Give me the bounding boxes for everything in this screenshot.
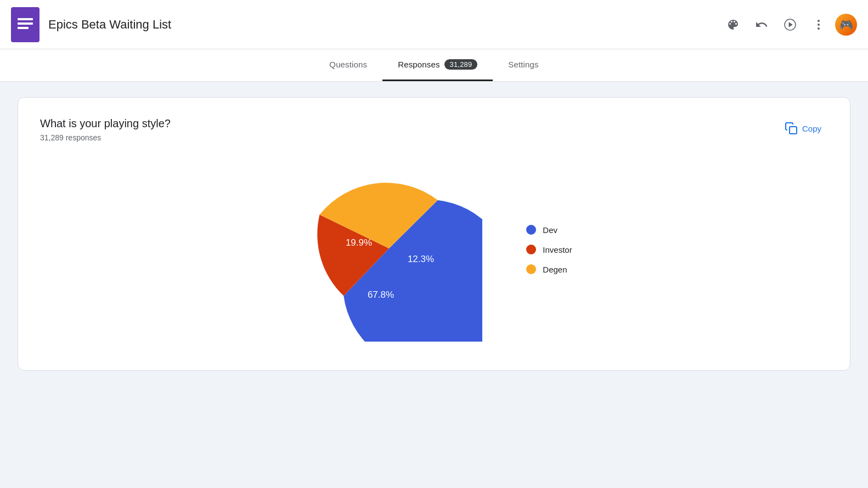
pie-chart-svg: 67.8% 19.9% 12.3% — [296, 155, 482, 342]
copy-button[interactable]: Copy — [778, 117, 828, 139]
response-count: 31,289 responses — [40, 133, 171, 142]
send-icon — [784, 18, 797, 31]
legend-dot-dev — [526, 225, 536, 235]
chart-area: 67.8% 19.9% 12.3% Dev Investor Degen — [40, 155, 828, 344]
more-vert-icon — [812, 18, 825, 31]
palette-icon — [726, 18, 740, 31]
svg-rect-1 — [18, 22, 33, 25]
form-icon — [16, 16, 34, 33]
legend-label-degen: Degen — [543, 265, 567, 274]
legend-item-degen: Degen — [526, 264, 572, 274]
undo-button[interactable] — [749, 13, 774, 37]
tab-responses[interactable]: Responses 31,289 — [382, 49, 493, 81]
svg-rect-2 — [18, 27, 29, 29]
page-title: Epics Beta Waiting List — [48, 18, 721, 32]
question-info: What is your playing style? 31,289 respo… — [40, 117, 171, 142]
header: Epics Beta Waiting List — [0, 0, 868, 49]
tab-settings[interactable]: Settings — [493, 49, 554, 81]
chart-legend: Dev Investor Degen — [526, 225, 572, 274]
tabs: Questions Responses 31,289 Settings — [314, 49, 554, 81]
legend-label-dev: Dev — [543, 225, 557, 235]
tabs-container: Questions Responses 31,289 Settings — [0, 49, 868, 82]
palette-button[interactable] — [721, 13, 745, 37]
copy-icon — [785, 122, 798, 135]
undo-icon — [755, 18, 768, 31]
svg-point-6 — [818, 27, 820, 30]
svg-point-5 — [818, 24, 820, 26]
label-investor: 19.9% — [346, 237, 372, 248]
svg-point-4 — [818, 20, 820, 22]
legend-item-dev: Dev — [526, 225, 572, 235]
svg-rect-7 — [790, 127, 797, 134]
card-header: What is your playing style? 31,289 respo… — [40, 117, 828, 142]
main-content: What is your playing style? 31,289 respo… — [0, 82, 868, 386]
user-avatar[interactable]: 🎮 — [835, 14, 857, 36]
legend-item-investor: Investor — [526, 245, 572, 254]
tab-questions[interactable]: Questions — [314, 49, 382, 81]
more-button[interactable] — [807, 13, 831, 37]
question-card: What is your playing style? 31,289 respo… — [18, 97, 850, 371]
svg-rect-0 — [18, 18, 33, 20]
app-logo — [11, 7, 40, 42]
pie-chart: 67.8% 19.9% 12.3% — [296, 155, 482, 344]
response-badge: 31,289 — [444, 59, 478, 70]
label-dev: 67.8% — [368, 290, 394, 300]
send-button[interactable] — [778, 13, 802, 37]
legend-dot-degen — [526, 264, 536, 274]
label-degen: 12.3% — [408, 254, 434, 264]
header-actions: 🎮 — [721, 13, 857, 37]
legend-dot-investor — [526, 245, 536, 254]
question-title: What is your playing style? — [40, 117, 171, 130]
legend-label-investor: Investor — [543, 245, 572, 254]
